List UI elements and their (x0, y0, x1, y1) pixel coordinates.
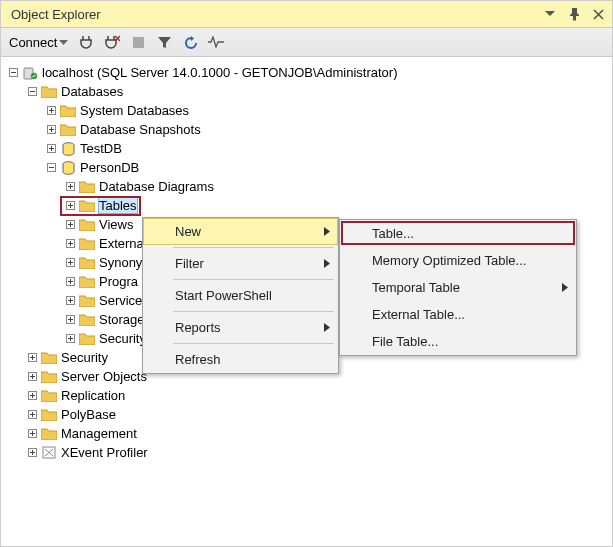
expand-icon[interactable] (26, 409, 38, 421)
tree-testdb[interactable]: TestDB (1, 139, 612, 158)
ctx-memory-optimized[interactable]: Memory Optimized Table... (340, 247, 576, 274)
tree-label: localhost (SQL Server 14.0.1000 - GETONJ… (42, 65, 397, 80)
tree-label: Synony (99, 255, 142, 270)
tree-management[interactable]: Management (1, 424, 612, 443)
folder-icon (59, 103, 77, 119)
collapse-icon[interactable] (26, 86, 38, 98)
expand-icon[interactable] (64, 181, 76, 193)
folder-icon (40, 84, 58, 100)
ctx-table[interactable]: Table... (340, 220, 576, 247)
expand-icon[interactable] (26, 428, 38, 440)
tree-persondb[interactable]: PersonDB (1, 158, 612, 177)
ctx-reports[interactable]: Reports (143, 314, 338, 341)
tree-database-diagrams[interactable]: Database Diagrams (1, 177, 612, 196)
ctx-new[interactable]: New (143, 218, 338, 245)
ctx-filter[interactable]: Filter (143, 250, 338, 277)
ctx-temporal[interactable]: Temporal Table (340, 274, 576, 301)
close-icon[interactable] (590, 6, 606, 22)
pin-icon[interactable] (566, 6, 582, 22)
expand-icon[interactable] (64, 219, 76, 231)
connect-label: Connect (9, 35, 57, 50)
ctx-label: Temporal Table (372, 280, 460, 295)
expand-icon[interactable] (45, 124, 57, 136)
ctx-external-table[interactable]: External Table... (340, 301, 576, 328)
folder-icon (59, 122, 77, 138)
expand-icon[interactable] (45, 143, 57, 155)
ctx-label: Start PowerShell (175, 288, 272, 303)
panel-title: Object Explorer (11, 7, 542, 22)
tree-server[interactable]: localhost (SQL Server 14.0.1000 - GETONJ… (1, 63, 612, 82)
svg-rect-0 (133, 37, 144, 48)
tree-label: Storage (99, 312, 145, 327)
expand-icon[interactable] (64, 295, 76, 307)
tree-label: XEvent Profiler (61, 445, 148, 460)
tree-label: Progra (99, 274, 138, 289)
expand-icon[interactable] (64, 314, 76, 326)
tree-label: Service (99, 293, 142, 308)
tree-system-databases[interactable]: System Databases (1, 101, 612, 120)
tree-polybase[interactable]: PolyBase (1, 405, 612, 424)
expand-icon[interactable] (64, 257, 76, 269)
tree-tables[interactable]: Tables (1, 196, 612, 215)
connect-plug-icon[interactable] (74, 30, 98, 54)
separator (173, 311, 334, 312)
submenu-arrow-icon (324, 259, 330, 268)
folder-icon (40, 350, 58, 366)
folder-icon (78, 312, 96, 328)
tree-label: Externa (99, 236, 144, 251)
tree-database-snapshots[interactable]: Database Snapshots (1, 120, 612, 139)
panel-titlebar: Object Explorer (1, 1, 612, 28)
tree-label: Security (99, 331, 146, 346)
folder-icon (78, 255, 96, 271)
folder-icon (40, 369, 58, 385)
dropdown-icon[interactable] (542, 6, 558, 22)
ctx-refresh[interactable]: Refresh (143, 346, 338, 373)
collapse-icon[interactable] (45, 162, 57, 174)
folder-icon (40, 388, 58, 404)
ctx-file-table[interactable]: File Table... (340, 328, 576, 355)
ctx-label: File Table... (372, 334, 438, 349)
activity-icon[interactable] (204, 30, 228, 54)
expand-icon[interactable] (26, 447, 38, 459)
ctx-label: Refresh (175, 352, 221, 367)
tree-label: Database Diagrams (99, 179, 214, 194)
server-icon (21, 65, 39, 81)
tree-label: TestDB (80, 141, 122, 156)
folder-icon (78, 293, 96, 309)
refresh-icon[interactable] (178, 30, 202, 54)
expand-icon[interactable] (64, 333, 76, 345)
expand-icon[interactable] (26, 390, 38, 402)
expand-icon[interactable] (64, 276, 76, 288)
database-icon (59, 141, 77, 157)
folder-icon (78, 331, 96, 347)
tree-label: PersonDB (80, 160, 139, 175)
folder-icon (40, 426, 58, 442)
expand-icon[interactable] (64, 200, 76, 212)
tree-databases[interactable]: Databases (1, 82, 612, 101)
stop-icon[interactable] (126, 30, 150, 54)
expand-icon[interactable] (26, 371, 38, 383)
ctx-label: New (175, 224, 201, 239)
disconnect-plug-icon[interactable] (100, 30, 124, 54)
submenu-arrow-icon (324, 227, 330, 236)
tree-label: Server Objects (61, 369, 147, 384)
ctx-label: Memory Optimized Table... (372, 253, 526, 268)
ctx-powershell[interactable]: Start PowerShell (143, 282, 338, 309)
collapse-icon[interactable] (7, 67, 19, 79)
filter-icon[interactable] (152, 30, 176, 54)
tree-xevent[interactable]: XEvent Profiler (1, 443, 612, 462)
expand-icon[interactable] (64, 238, 76, 250)
ctx-label: External Table... (372, 307, 465, 322)
tree-label: Tables (99, 198, 137, 213)
folder-icon (78, 198, 96, 214)
ctx-label: Filter (175, 256, 204, 271)
tree-label: System Databases (80, 103, 189, 118)
tree-label: Security (61, 350, 108, 365)
tree-replication[interactable]: Replication (1, 386, 612, 405)
expand-icon[interactable] (45, 105, 57, 117)
toolbar: Connect (1, 28, 612, 57)
separator (173, 343, 334, 344)
expand-icon[interactable] (26, 352, 38, 364)
connect-button[interactable]: Connect (5, 33, 72, 52)
tree-label: Databases (61, 84, 123, 99)
